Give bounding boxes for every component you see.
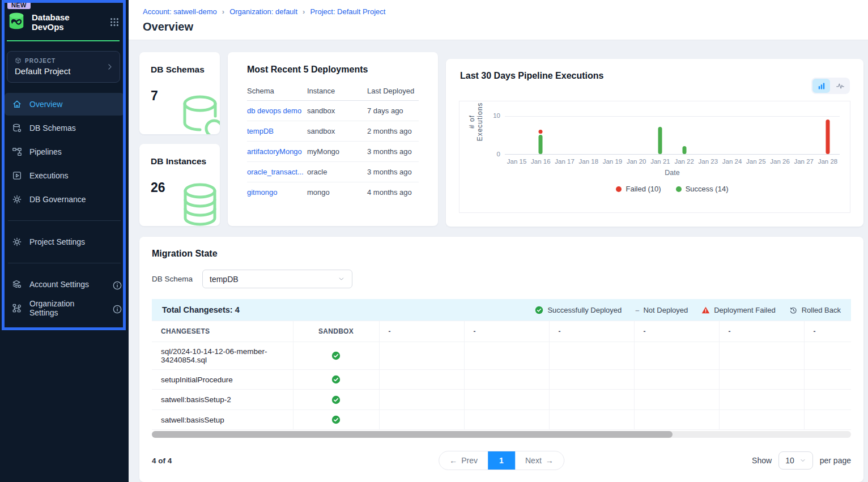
- sidebar-item-db-schemas[interactable]: DB Schemas: [5, 117, 124, 139]
- schema-link[interactable]: artifactoryMongo: [247, 147, 302, 156]
- empty-status-cell: [719, 390, 804, 410]
- page-1-button[interactable]: 1: [488, 451, 515, 470]
- breadcrumb: Account: satwell-demo›Organization: defa…: [143, 7, 868, 16]
- line-chart-icon[interactable]: [831, 79, 849, 93]
- sidebar-item-pipelines[interactable]: Pipelines: [5, 140, 124, 163]
- scrollbar-thumb[interactable]: [152, 431, 673, 438]
- breadcrumb-link-0[interactable]: Account: satwell-demo: [143, 7, 217, 16]
- schema-link[interactable]: db devops demo: [247, 106, 301, 115]
- sidebar-item-executions[interactable]: Executions: [5, 164, 124, 187]
- sidebar-item-project-settings[interactable]: Project Settings: [5, 231, 124, 253]
- pipeline-executions-card: Last 30 Days Pipeline Executions # ofExe…: [446, 59, 863, 227]
- show-label: Show: [752, 456, 772, 465]
- changeset-row: setupInitialProcedure: [152, 370, 851, 390]
- empty-status-cell: [549, 390, 634, 410]
- pipeline-icon: [12, 147, 22, 157]
- sidebar-item-organization-settings[interactable]: Organization Settings: [5, 297, 124, 319]
- check-circle-icon: [331, 351, 341, 360]
- home-icon: [12, 99, 22, 109]
- sandbox-status-cell: [293, 390, 379, 410]
- empty-status-cell: [719, 370, 804, 390]
- layers-gear-icon: [12, 279, 22, 289]
- empty-status-cell: [549, 342, 634, 370]
- breadcrumb-separator: ›: [222, 7, 224, 16]
- breadcrumb-link-1[interactable]: Organization: default: [229, 7, 297, 16]
- db-schema-select[interactable]: tempDB: [202, 270, 352, 288]
- check-circle-icon: [331, 375, 341, 384]
- empty-status-cell: [379, 342, 464, 370]
- play-square-icon: [12, 170, 22, 181]
- x-tick: Jan 19: [601, 158, 624, 165]
- db-schema-label: DB Schema: [152, 275, 193, 283]
- sandbox-status-cell: [293, 342, 379, 370]
- database-stack-illustration-icon: [176, 181, 220, 226]
- instance-cell: sandbox: [307, 121, 367, 142]
- cube-icon: [15, 57, 22, 64]
- empty-status-cell: [719, 410, 804, 429]
- page-size-value: 10: [785, 456, 794, 465]
- changeset-row: satwell:basisSetup: [152, 410, 851, 429]
- chart-plot-area: # ofExecutions 10 0 Jan 15Jan 16Jan 17Ja…: [459, 101, 850, 213]
- changesets-column-header-7: -: [804, 321, 851, 342]
- sidebar-item-label: Project Settings: [29, 237, 85, 246]
- next-page-button[interactable]: Next→: [515, 451, 564, 470]
- chevron-down-icon: [799, 457, 806, 464]
- deployment-row: artifactoryMongomyMongo3 months ago: [247, 142, 419, 162]
- sidebar-nav: OverviewDB SchemasPipelinesExecutionsDB …: [0, 93, 129, 211]
- sidebar-item-db-governance[interactable]: DB Governance: [5, 188, 124, 211]
- recent-deployments-card: Most Recent 5 Deployments Schema Instanc…: [228, 52, 438, 226]
- horizontal-scrollbar: [152, 431, 851, 438]
- breadcrumb-link-2[interactable]: Project: Default Project: [310, 7, 385, 16]
- changesets-table-container: CHANGESETSSANDBOX------ sql/2024-10-14-1…: [152, 321, 851, 430]
- sidebar-item-account-settings[interactable]: Account Settings: [5, 273, 124, 296]
- page-header: Account: satwell-demo›Organization: defa…: [129, 0, 868, 40]
- migration-state-title: Migration State: [152, 249, 851, 259]
- changeset-name-cell: satwell:basisSetup-2: [152, 390, 293, 410]
- schema-link[interactable]: tempDB: [247, 127, 274, 135]
- page-size-select[interactable]: 10: [778, 451, 813, 470]
- bar-chart-icon[interactable]: [812, 79, 830, 93]
- y-tick-0: 0: [486, 151, 500, 157]
- sidebar-item-label: DB Governance: [29, 195, 86, 204]
- bar-failed-jan-28: [826, 120, 829, 154]
- bar-failed-jan-16: [539, 130, 543, 134]
- divider: [8, 263, 121, 263]
- db-schema-selected-value: tempDB: [210, 275, 338, 284]
- brand-divider: [7, 40, 120, 41]
- prev-page-button[interactable]: ←Prev: [439, 451, 488, 470]
- empty-status-cell: [379, 390, 464, 410]
- changeset-name-cell: setupInitialProcedure: [152, 370, 293, 390]
- deployment-row: gitmongomongo4 months ago: [247, 182, 419, 203]
- changesets-column-header-2: -: [379, 321, 464, 342]
- apps-grid-icon[interactable]: [109, 17, 120, 27]
- last-deployed-cell: 2 months ago: [367, 121, 419, 142]
- chevron-down-icon: [338, 275, 345, 283]
- project-selector[interactable]: PROJECT Default Project: [7, 51, 120, 83]
- empty-status-cell: [804, 390, 851, 410]
- brand-database-logo-icon: [7, 11, 26, 33]
- empty-status-cell: [464, 370, 549, 390]
- schema-link[interactable]: gitmongo: [247, 188, 277, 197]
- x-tick: Jan 15: [505, 158, 529, 165]
- sidebar-item-overview[interactable]: Overview: [5, 93, 124, 116]
- empty-status-cell: [464, 410, 549, 429]
- instance-cell: oracle: [307, 162, 367, 182]
- bar-success-jan-21: [658, 127, 662, 154]
- empty-status-cell: [634, 370, 719, 390]
- check-circle-icon: [331, 415, 341, 424]
- changesets-column-header-1: SANDBOX: [293, 321, 379, 342]
- empty-status-cell: [464, 342, 549, 370]
- info-icon: [112, 304, 122, 314]
- check-circle-icon: [331, 395, 341, 404]
- sidebar-nav-secondary: Project Settings: [0, 231, 129, 253]
- failed-dot-icon: [616, 186, 622, 192]
- info-icon: [112, 280, 122, 291]
- db-schemas-card: DB Schemas 7: [139, 52, 220, 134]
- empty-status-cell: [634, 342, 719, 370]
- project-label: PROJECT: [25, 58, 56, 64]
- changesets-column-header-3: -: [464, 321, 549, 342]
- database-outline-illustration-icon: [176, 91, 220, 134]
- empty-status-cell: [804, 410, 851, 429]
- schema-link[interactable]: oracle_transact...: [247, 168, 304, 176]
- instance-cell: mongo: [307, 182, 367, 203]
